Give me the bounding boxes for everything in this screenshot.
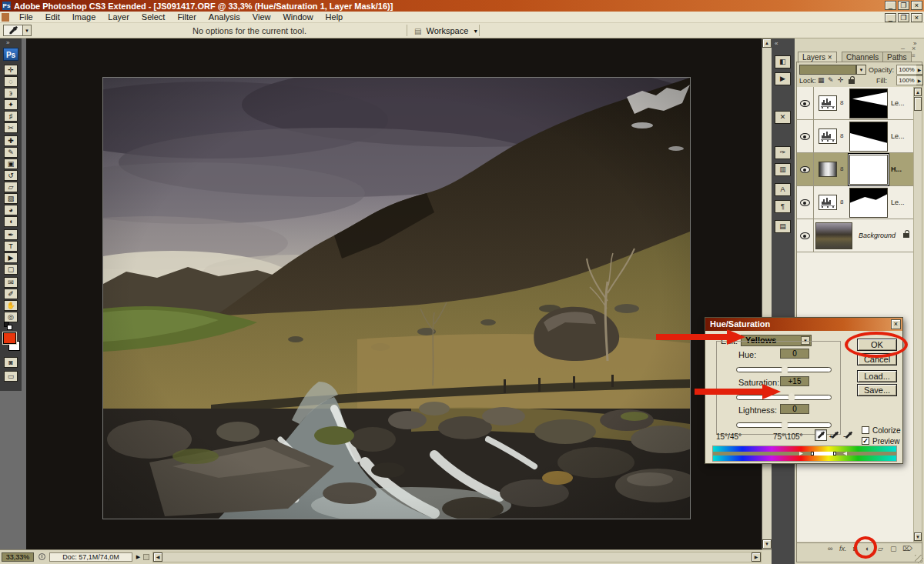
layer-group-icon[interactable]: ▱	[878, 545, 883, 552]
clone-source-panel-icon[interactable]: ✕	[775, 111, 791, 124]
lightness-value-field[interactable]: 0	[780, 404, 809, 414]
eye-icon[interactable]	[800, 133, 810, 140]
visibility-cell[interactable]	[797, 87, 814, 120]
saturation-value-field[interactable]: +15	[780, 376, 809, 386]
menu-edit[interactable]: Edit	[39, 12, 66, 22]
layer-comps-panel-icon[interactable]: ▤	[775, 220, 791, 233]
lock-all-icon[interactable]	[849, 79, 855, 84]
history-brush-tool[interactable]: ↺	[4, 170, 18, 181]
screen-mode-button[interactable]: ▭	[4, 371, 18, 382]
layer-mask-thumbnail-selected[interactable]	[849, 155, 888, 185]
notes-tool[interactable]: ✉	[4, 277, 18, 288]
zoom-level-field[interactable]: 33,33%	[2, 552, 34, 562]
blend-mode-select[interactable]	[799, 65, 856, 75]
scroll-right-icon[interactable]: ▶	[752, 552, 761, 562]
mask-link-icon[interactable]: 8	[840, 99, 843, 106]
path-select-tool[interactable]: ▶	[4, 252, 18, 263]
dodge-tool[interactable]: ◖	[4, 216, 18, 227]
layer-name[interactable]: Background	[859, 232, 896, 239]
workspace-button[interactable]: ▤ Workspace ▼	[414, 25, 478, 37]
eyedropper-add-button[interactable]: +	[829, 429, 841, 441]
toolbox-grip[interactable]: »	[6, 39, 9, 46]
opacity-field[interactable]: 100%	[896, 65, 917, 75]
quick-select-tool[interactable]: ✦	[4, 99, 18, 110]
healing-brush-tool[interactable]: ✚	[4, 135, 18, 146]
move-tool[interactable]: ✛	[4, 65, 18, 75]
visibility-cell[interactable]	[797, 186, 814, 219]
gradient-tool[interactable]: ▧	[4, 193, 18, 204]
ok-button[interactable]: OK	[857, 339, 897, 351]
lock-transparency-icon[interactable]: ▦	[818, 76, 825, 84]
clone-stamp-tool[interactable]: ▣	[4, 159, 18, 169]
brushes-panel-icon[interactable]: ✑	[775, 146, 791, 159]
layers-scrollbar[interactable]: ▲ ▼	[913, 87, 922, 542]
menu-select[interactable]: Select	[136, 12, 172, 22]
layer-row-levels-1[interactable]: 8 Le...	[797, 87, 913, 120]
blur-tool[interactable]: ◕	[4, 205, 18, 215]
doc-restore-button[interactable]: ❐	[898, 13, 909, 22]
shape-tool[interactable]: ▢	[4, 264, 18, 275]
layer-row-hue-saturation[interactable]: 8 H...	[797, 153, 913, 186]
eye-icon[interactable]	[800, 100, 810, 107]
menu-view[interactable]: View	[246, 12, 277, 22]
mask-link-icon[interactable]: 8	[840, 199, 843, 205]
slice-tool[interactable]: ✂	[4, 122, 18, 133]
colorize-checkbox[interactable]	[862, 426, 869, 434]
eye-icon[interactable]	[800, 166, 810, 173]
resize-grip[interactable]	[915, 555, 923, 563]
hue-value-field[interactable]: 0	[780, 349, 809, 359]
actions-panel-icon[interactable]: ▶	[775, 72, 791, 85]
menu-image[interactable]: Image	[66, 12, 102, 22]
background-thumbnail[interactable]	[815, 222, 852, 249]
tool-preset-arrow[interactable]: ▼	[23, 25, 32, 36]
eyedropper-sample-button[interactable]	[815, 429, 827, 441]
eye-icon[interactable]	[800, 199, 810, 206]
delete-layer-icon[interactable]: ⌦	[902, 545, 912, 552]
brush-tool[interactable]: ✎	[4, 147, 18, 158]
mask-link-icon[interactable]: 8	[840, 132, 843, 139]
tool-presets-panel-icon[interactable]: ▥	[775, 163, 791, 176]
adjustment-layer-icon[interactable]: ◐	[865, 545, 869, 552]
menu-analysis[interactable]: Analysis	[203, 12, 246, 22]
panel-close-icon[interactable]: ×	[912, 45, 916, 52]
histogram-panel-icon[interactable]: ◧	[775, 55, 791, 68]
menu-file[interactable]: File	[13, 12, 39, 22]
layer-mask-thumbnail[interactable]	[849, 88, 888, 118]
doc-close-button[interactable]: ×	[911, 13, 922, 22]
visibility-cell[interactable]	[797, 153, 814, 186]
lightness-slider[interactable]	[736, 422, 832, 428]
fill-field[interactable]: 100%	[896, 75, 917, 85]
layer-row-background[interactable]: Background	[797, 219, 913, 252]
photo-image[interactable]	[102, 77, 691, 519]
document-canvas[interactable]	[26, 38, 762, 549]
tab-paths[interactable]: Paths	[882, 52, 912, 62]
menu-help[interactable]: Help	[320, 12, 350, 22]
menu-filter[interactable]: Filter	[171, 12, 202, 22]
type-tool[interactable]: T	[4, 241, 18, 252]
marquee-tool[interactable]: ◌	[4, 76, 18, 87]
scroll-up-icon[interactable]: ▲	[914, 88, 922, 96]
scrollbar-thumb[interactable]	[914, 97, 922, 111]
hue-saturation-thumbnail[interactable]	[819, 162, 837, 177]
layer-name[interactable]: Le...	[891, 132, 905, 140]
layer-name[interactable]: Le...	[891, 99, 905, 107]
load-button[interactable]: Load...	[857, 370, 897, 382]
app-close-button[interactable]: ×	[911, 1, 922, 10]
eye-icon[interactable]	[800, 232, 810, 239]
levels-adjustment-thumbnail[interactable]	[819, 195, 837, 210]
layer-row-levels-3[interactable]: 8 Le...	[797, 186, 913, 219]
cancel-button[interactable]: Cancel	[857, 353, 897, 365]
tool-preset-button[interactable]	[3, 25, 23, 36]
scroll-left-icon[interactable]: ◀	[153, 552, 162, 562]
eyedropper-tool[interactable]: ✐	[4, 289, 18, 299]
menu-layer[interactable]: Layer	[102, 12, 136, 22]
scroll-down-icon[interactable]: ▼	[914, 532, 922, 541]
layer-name[interactable]: Le...	[891, 199, 905, 206]
dock-collapse-icon[interactable]: «	[775, 40, 778, 47]
tab-channels[interactable]: Channels	[842, 52, 883, 62]
add-mask-icon[interactable]: ◙	[853, 545, 857, 552]
default-colors-icon[interactable]	[4, 322, 14, 330]
foreground-color-swatch[interactable]	[3, 332, 16, 344]
fill-arrow-icon[interactable]: ▶	[916, 75, 923, 85]
visibility-cell[interactable]	[797, 219, 814, 252]
